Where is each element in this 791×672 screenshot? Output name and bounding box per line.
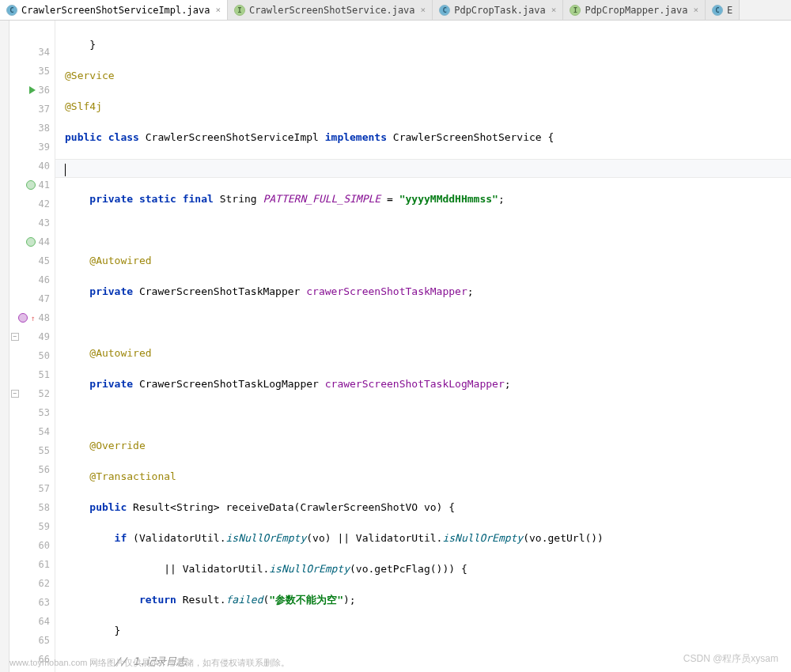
- class-icon: C: [6, 5, 17, 16]
- code-area[interactable]: } @Service @Slf4j public class CrawlerSc…: [55, 21, 791, 672]
- line-number[interactable]: 63: [9, 593, 55, 612]
- line-number[interactable]: 39: [9, 138, 55, 157]
- fold-icon[interactable]: −: [11, 390, 19, 398]
- line-number[interactable]: 53: [9, 403, 55, 422]
- gutter[interactable]: 34 35 36 37 38 39 40 41 42 43 44 45 46 4…: [9, 21, 55, 672]
- line-number[interactable]: 59: [9, 517, 55, 536]
- tab-label: CrawlerScreenShotServiceImpl.java: [21, 5, 210, 16]
- line-number[interactable]: 38: [9, 119, 55, 138]
- code-line[interactable]: @Override: [55, 436, 791, 455]
- code-line[interactable]: @Slf4j: [55, 97, 791, 116]
- code-line[interactable]: public class CrawlerScreenShotServiceImp…: [55, 128, 791, 147]
- code-line[interactable]: }: [55, 621, 791, 640]
- line-number[interactable]: 65: [9, 631, 55, 650]
- class-icon: C: [439, 5, 450, 16]
- code-line[interactable]: || ValidatorUtil.isNullOrEmpty(vo.getPcF…: [55, 560, 791, 579]
- line-number[interactable]: −52: [9, 384, 55, 403]
- line-number[interactable]: 58: [9, 498, 55, 517]
- editor: 34 35 36 37 38 39 40 41 42 43 44 45 46 4…: [0, 21, 791, 672]
- tab-label: E: [727, 5, 732, 16]
- line-number[interactable]: 44: [9, 232, 55, 251]
- close-icon[interactable]: ×: [693, 5, 698, 15]
- tab-file-4[interactable]: I PdpCropMapper.java ×: [563, 0, 706, 20]
- interface-icon: I: [570, 5, 581, 16]
- code-line[interactable]: return Result.failed("参数不能为空");: [55, 591, 791, 610]
- editor-tabs: C CrawlerScreenShotServiceImpl.java × I …: [0, 0, 791, 21]
- line-number[interactable]: 40: [9, 157, 55, 176]
- line-number[interactable]: 45: [9, 251, 55, 270]
- line-number[interactable]: ↑48: [9, 308, 55, 327]
- up-arrow-icon: ↑: [31, 314, 36, 323]
- run-icon[interactable]: [29, 86, 36, 94]
- line-number[interactable]: 56: [9, 460, 55, 479]
- tab-label: PdpCropMapper.java: [585, 5, 687, 16]
- line-number[interactable]: −49: [9, 327, 55, 346]
- line-number[interactable]: 41: [9, 176, 55, 194]
- code-line[interactable]: private CrawerScreenShotTaskLogMapper cr…: [55, 375, 791, 394]
- tab-file-3[interactable]: C PdpCropTask.java ×: [433, 0, 563, 20]
- line-number[interactable]: 55: [9, 441, 55, 460]
- override-icon[interactable]: [18, 313, 28, 323]
- line-number[interactable]: [9, 24, 55, 43]
- code-line[interactable]: @Autowired: [55, 344, 791, 363]
- implements-icon[interactable]: [26, 180, 36, 190]
- code-line[interactable]: public Result<String> receiveData(Crawle…: [55, 498, 791, 517]
- line-number[interactable]: 64: [9, 612, 55, 631]
- tab-label: CrawlerScreenShotService.java: [249, 5, 415, 16]
- tab-label: PdpCropTask.java: [454, 5, 546, 16]
- line-number[interactable]: 46: [9, 270, 55, 289]
- line-number[interactable]: 35: [9, 62, 55, 81]
- left-margin: [0, 21, 9, 672]
- line-number[interactable]: 47: [9, 289, 55, 308]
- code-line[interactable]: [55, 313, 791, 332]
- code-line[interactable]: private CrawerScreenShotTaskMapper crawe…: [55, 282, 791, 301]
- code-line[interactable]: @Autowired: [55, 251, 791, 270]
- tab-file-2[interactable]: I CrawlerScreenShotService.java ×: [228, 0, 433, 20]
- line-number[interactable]: 36: [9, 81, 55, 100]
- watermark-author: CSDN @程序员xysam: [683, 652, 778, 666]
- code-line-current[interactable]: [55, 159, 791, 178]
- code-line[interactable]: [55, 221, 791, 240]
- tab-file-5[interactable]: C E: [706, 0, 740, 20]
- watermark-source: www.toymoban.com 网络图片仅供展示，非存储，如有侵权请联系删除。: [9, 657, 290, 669]
- close-icon[interactable]: ×: [421, 5, 426, 15]
- code-line[interactable]: @Transactional: [55, 467, 791, 486]
- line-number[interactable]: 37: [9, 100, 55, 119]
- code-line[interactable]: [55, 406, 791, 425]
- implements-icon[interactable]: [26, 237, 36, 247]
- line-number[interactable]: 60: [9, 536, 55, 555]
- line-number[interactable]: 51: [9, 365, 55, 384]
- line-number[interactable]: 43: [9, 213, 55, 232]
- class-icon: C: [712, 5, 723, 16]
- fold-icon[interactable]: −: [11, 333, 19, 341]
- line-number[interactable]: 42: [9, 194, 55, 213]
- tab-file-1[interactable]: C CrawlerScreenShotServiceImpl.java ×: [0, 0, 228, 20]
- interface-icon: I: [234, 5, 245, 16]
- code-line[interactable]: if (ValidatorUtil.isNullOrEmpty(vo) || V…: [55, 529, 791, 548]
- line-number[interactable]: 62: [9, 574, 55, 593]
- text-caret: [65, 164, 66, 176]
- line-number[interactable]: 57: [9, 479, 55, 498]
- line-number[interactable]: 34: [9, 43, 55, 62]
- line-number[interactable]: 54: [9, 422, 55, 441]
- close-icon[interactable]: ×: [215, 5, 221, 15]
- code-line[interactable]: @Service: [55, 66, 791, 85]
- close-icon[interactable]: ×: [551, 5, 557, 15]
- code-line[interactable]: private static final String PATTERN_FULL…: [55, 190, 791, 209]
- code-line[interactable]: }: [55, 36, 791, 55]
- line-number[interactable]: 50: [9, 346, 55, 365]
- line-number[interactable]: 61: [9, 555, 55, 574]
